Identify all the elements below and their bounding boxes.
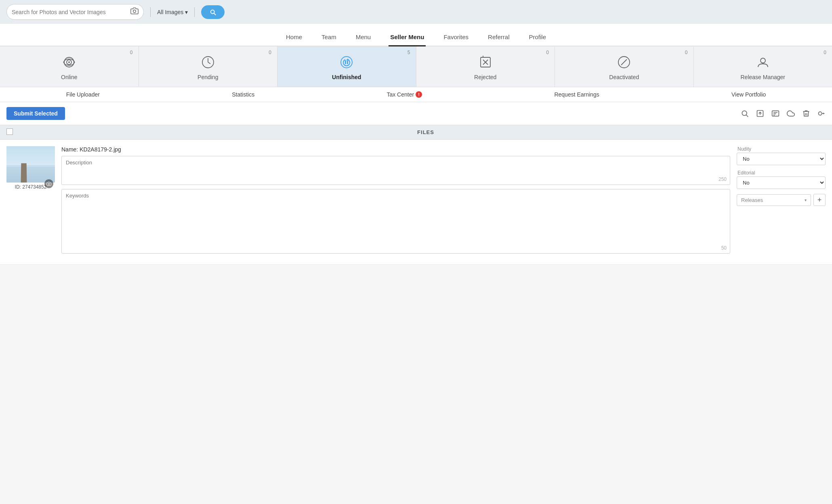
search-button[interactable] [201, 5, 225, 19]
unfinished-badge: 5 [408, 50, 410, 55]
file-thumbnail [6, 146, 55, 183]
sub-nav-view-portfolio[interactable]: View Portfolio [731, 91, 766, 98]
svg-point-3 [68, 61, 70, 63]
svg-line-15 [621, 59, 627, 65]
keywords-char-count: 50 [721, 245, 727, 251]
online-icon [62, 55, 76, 71]
main-nav: Home Team Menu Seller Menu Favorites Ref… [0, 24, 832, 46]
image-type-filter[interactable]: All Images ▾ [157, 9, 188, 15]
sub-nav-statistics[interactable]: Statistics [232, 91, 254, 98]
toolbar-search-button[interactable] [741, 109, 749, 118]
camera-search-button[interactable] [130, 7, 139, 17]
keywords-textarea[interactable] [62, 189, 730, 248]
toolbar-icons [741, 109, 826, 118]
svg-point-25 [819, 112, 822, 115]
online-label: Online [61, 74, 77, 80]
files-column-header: FILES [26, 129, 826, 135]
nav-item-referral[interactable]: Referral [486, 29, 511, 46]
toolbar-delete-button[interactable] [802, 109, 810, 118]
file-right-controls: Nudity No Yes Editorial No Yes Releases … [737, 146, 826, 206]
search-divider [150, 7, 151, 17]
submit-selected-button[interactable]: Submit Selected [6, 107, 65, 120]
svg-point-17 [742, 111, 747, 116]
nav-item-seller-menu[interactable]: Seller Menu [389, 29, 426, 46]
svg-point-16 [761, 58, 765, 63]
editorial-select[interactable]: No Yes [737, 176, 826, 189]
svg-rect-10 [347, 60, 348, 64]
status-card-rejected[interactable]: 0 Rejected [416, 46, 555, 87]
nudity-label: Nudity [737, 146, 826, 152]
deactivated-icon [617, 55, 631, 71]
search-bar: All Images ▾ [0, 0, 832, 24]
description-char-count: 250 [719, 176, 727, 182]
file-thumbnail-wrap: ID: 274734852 [6, 146, 55, 190]
unfinished-icon [339, 55, 354, 71]
sub-nav-tax-center[interactable]: Tax Center ! [387, 91, 422, 98]
thumb-sky [6, 146, 55, 166]
releases-row: Releases ▾ + [737, 194, 826, 206]
select-all-checkbox[interactable] [6, 128, 13, 135]
status-card-unfinished[interactable]: 5 Unfinished [277, 46, 416, 87]
sub-nav: File Uploader Statistics Tax Center ! Re… [0, 87, 832, 102]
status-cards-row: 0 Online 0 Pending 5 [0, 46, 832, 87]
nav-item-menu[interactable]: Menu [354, 29, 373, 46]
keywords-field-wrap: 50 [61, 189, 730, 254]
rejected-badge: 0 [546, 50, 549, 55]
tax-center-badge: ! [416, 91, 422, 98]
release-manager-badge: 0 [824, 50, 826, 55]
status-card-pending[interactable]: 0 Pending [139, 46, 278, 87]
file-name: Name: KD2A8179-2.jpg [61, 146, 730, 153]
editorial-group: Editorial No Yes [737, 170, 826, 189]
select-all-checkbox-wrap[interactable] [6, 128, 21, 136]
nav-item-home[interactable]: Home [284, 29, 304, 46]
svg-rect-9 [345, 60, 346, 64]
release-manager-icon [756, 55, 770, 71]
nav-item-team[interactable]: Team [320, 29, 338, 46]
svg-point-0 [133, 10, 136, 13]
pending-label: Pending [197, 74, 218, 80]
description-textarea[interactable] [62, 156, 730, 179]
toolbar-export-button[interactable] [756, 109, 764, 118]
toolbar: Submit Selected [0, 102, 832, 125]
sub-nav-file-uploader[interactable]: File Uploader [66, 91, 100, 98]
release-manager-label: Release Manager [740, 74, 785, 80]
editorial-label: Editorial [737, 170, 826, 176]
releases-select[interactable]: Releases ▾ [737, 194, 811, 206]
nudity-group: Nudity No Yes [737, 146, 826, 165]
nav-item-profile[interactable]: Profile [527, 29, 548, 46]
pending-badge: 0 [269, 50, 271, 55]
add-release-button[interactable]: + [813, 194, 826, 206]
svg-marker-8 [346, 59, 349, 60]
deactivated-badge: 0 [685, 50, 688, 55]
status-card-deactivated[interactable]: 0 Deactivated [555, 46, 694, 87]
online-badge: 0 [130, 50, 133, 55]
rejected-label: Rejected [474, 74, 496, 80]
file-row: ID: 274734852 Name: KD2A8179-2.jpg 250 5… [0, 140, 832, 265]
search-input-wrap [6, 4, 144, 20]
thumbnail-camera-button[interactable] [44, 179, 53, 188]
svg-point-26 [48, 183, 50, 185]
toolbar-edit-button[interactable] [771, 109, 779, 118]
table-header: FILES [0, 125, 832, 140]
nudity-select[interactable]: No Yes [737, 153, 826, 165]
search-input[interactable] [12, 9, 129, 15]
thumb-horizon [6, 165, 55, 166]
search-divider2 [194, 7, 195, 17]
file-fields: Name: KD2A8179-2.jpg 250 50 [61, 146, 730, 258]
status-card-release-manager[interactable]: 0 Release Manager [694, 46, 832, 87]
releases-chevron-icon: ▾ [805, 198, 807, 202]
svg-line-6 [208, 62, 210, 64]
rejected-icon [478, 55, 493, 71]
toolbar-key-button[interactable] [817, 109, 826, 118]
thumb-dock [21, 163, 27, 183]
nav-item-favorites[interactable]: Favorites [442, 29, 470, 46]
unfinished-label: Unfinished [332, 74, 361, 80]
toolbar-cloud-button[interactable] [787, 109, 795, 118]
sub-nav-request-earnings[interactable]: Request Earnings [554, 91, 599, 98]
status-card-online[interactable]: 0 Online [0, 46, 139, 87]
pending-icon [201, 55, 215, 71]
description-field-wrap: 250 [61, 156, 730, 185]
svg-line-18 [746, 115, 748, 117]
deactivated-label: Deactivated [609, 74, 639, 80]
